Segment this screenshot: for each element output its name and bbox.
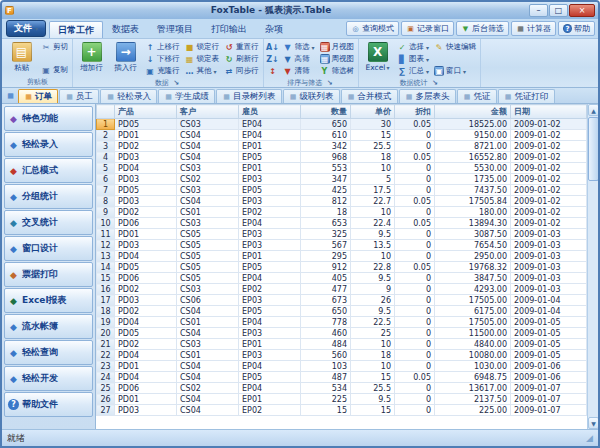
grid-cell[interactable]: EP03 bbox=[239, 328, 301, 339]
grid-cell[interactable]: EP03 bbox=[239, 240, 301, 251]
sheet-tab[interactable]: ▦级联列表 bbox=[283, 89, 340, 103]
grid-cell[interactable]: PD02 bbox=[115, 284, 177, 295]
dialog-launcher-icon[interactable]: ↘ bbox=[325, 79, 334, 88]
grid-cell[interactable]: 8721.00 bbox=[435, 141, 511, 152]
ribbon-button[interactable]: ▼高筛 bbox=[281, 53, 317, 65]
grid-cell[interactable]: 2009-01-02 bbox=[511, 185, 587, 196]
grid-cell[interactable]: 425 bbox=[301, 185, 351, 196]
grid-cell[interactable]: 1735.00 bbox=[435, 174, 511, 185]
grid-cell[interactable]: CS02 bbox=[177, 383, 239, 394]
grid-cell[interactable]: 2009-01-06 bbox=[511, 372, 587, 383]
grid-cell[interactable]: 225 bbox=[301, 394, 351, 405]
ribbon-button[interactable]: ▦锁定表 bbox=[183, 53, 222, 65]
ribbon-button[interactable]: Z↓ bbox=[266, 53, 280, 65]
grid-cell[interactable]: EP05 bbox=[239, 152, 301, 163]
grid-cell[interactable]: 2009-01-07 bbox=[511, 394, 587, 405]
ribbon-button[interactable]: Y筛选树 bbox=[318, 65, 357, 77]
grid-cell[interactable]: 0 bbox=[395, 295, 435, 306]
ribbon-button[interactable]: ▼筛选▾ bbox=[281, 41, 317, 53]
grid-cell[interactable]: 0 bbox=[395, 317, 435, 328]
grid-cell[interactable]: 2009-01-02 bbox=[511, 174, 587, 185]
sheet-tab[interactable]: ▦凭证 bbox=[457, 89, 497, 103]
grid-cell[interactable]: 968 bbox=[301, 152, 351, 163]
grid-cell[interactable]: 0 bbox=[395, 240, 435, 251]
row-number[interactable]: 11 bbox=[97, 229, 115, 240]
grid-cell[interactable]: PD05 bbox=[115, 262, 177, 273]
resize-grip-icon[interactable]: ◢ bbox=[586, 433, 593, 443]
grid-cell[interactable]: EP05 bbox=[239, 306, 301, 317]
grid-cell[interactable]: PD01 bbox=[115, 361, 177, 372]
scroll-down-button[interactable]: ▼ bbox=[588, 417, 599, 429]
row-number[interactable]: 15 bbox=[97, 273, 115, 284]
grid-cell[interactable]: 5 bbox=[351, 174, 395, 185]
grid-cell[interactable]: 0 bbox=[395, 163, 435, 174]
grid-cell[interactable]: 9.5 bbox=[351, 273, 395, 284]
grid-cell[interactable]: 0 bbox=[395, 130, 435, 141]
grid-cell[interactable]: 2009-01-05 bbox=[511, 339, 587, 350]
grid-cell[interactable]: 25.5 bbox=[351, 141, 395, 152]
grid-cell[interactable]: EP01 bbox=[239, 163, 301, 174]
grid-cell[interactable]: 6175.00 bbox=[435, 306, 511, 317]
grid-cell[interactable]: 0 bbox=[395, 350, 435, 361]
grid-cell[interactable]: 15 bbox=[351, 130, 395, 141]
grid-cell[interactable]: PD04 bbox=[115, 317, 177, 328]
grid-cell[interactable]: 0 bbox=[395, 361, 435, 372]
grid-cell[interactable]: 9.5 bbox=[351, 306, 395, 317]
row-number[interactable]: 10 bbox=[97, 218, 115, 229]
sidebar-item[interactable]: ?帮助文件 bbox=[4, 392, 93, 417]
ribbon-button[interactable]: ▣复制 bbox=[39, 64, 70, 76]
scrollbar-thumb[interactable] bbox=[588, 117, 599, 181]
grid-cell[interactable]: EP03 bbox=[239, 174, 301, 185]
sheet-tab[interactable]: ▦员工 bbox=[59, 89, 99, 103]
grid-cell[interactable]: CS01 bbox=[177, 350, 239, 361]
grid-cell[interactable]: 0.05 bbox=[395, 196, 435, 207]
grid-cell[interactable]: 18 bbox=[351, 152, 395, 163]
grid-cell[interactable]: 2137.50 bbox=[435, 394, 511, 405]
row-number[interactable]: 7 bbox=[97, 185, 115, 196]
grid-cell[interactable]: 18 bbox=[351, 350, 395, 361]
grid-cell[interactable]: 2009-01-03 bbox=[511, 262, 587, 273]
grid-cell[interactable]: 2009-01-03 bbox=[511, 240, 587, 251]
ribbon-button[interactable]: ▊图表▾ bbox=[395, 53, 431, 65]
column-header[interactable]: 日期 bbox=[511, 105, 587, 119]
grid-cell[interactable]: PD02 bbox=[115, 141, 177, 152]
grid-cell[interactable]: EP02 bbox=[239, 284, 301, 295]
column-header[interactable]: 折扣 bbox=[395, 105, 435, 119]
grid-cell[interactable]: 650 bbox=[301, 306, 351, 317]
ribbon-right-button[interactable]: ◎查询模式 bbox=[346, 21, 399, 36]
grid-cell[interactable]: CS04 bbox=[177, 328, 239, 339]
grid-cell[interactable]: CS04 bbox=[177, 394, 239, 405]
grid-cell[interactable]: 103 bbox=[301, 361, 351, 372]
row-number[interactable]: 6 bbox=[97, 174, 115, 185]
sidebar-item[interactable]: ◆票据打印 bbox=[4, 262, 93, 287]
grid-cell[interactable]: 2009-01-04 bbox=[511, 295, 587, 306]
grid-cell[interactable]: 0 bbox=[395, 306, 435, 317]
grid-cell[interactable]: 25 bbox=[351, 328, 395, 339]
grid-cell[interactable]: 225.00 bbox=[435, 405, 511, 416]
grid-cell[interactable]: EP05 bbox=[239, 262, 301, 273]
grid-cell[interactable]: PD02 bbox=[115, 207, 177, 218]
grid-cell[interactable]: 13617.00 bbox=[435, 383, 511, 394]
grid-cell[interactable]: CS03 bbox=[177, 284, 239, 295]
grid-cell[interactable]: PD06 bbox=[115, 273, 177, 284]
grid-cell[interactable]: CS05 bbox=[177, 273, 239, 284]
scroll-up-button[interactable]: ▲ bbox=[588, 104, 599, 116]
ribbon-tab[interactable]: 杂项 bbox=[256, 21, 292, 38]
grid-cell[interactable]: 650 bbox=[301, 119, 351, 130]
grid-cell[interactable]: EP04 bbox=[239, 361, 301, 372]
grid-cell[interactable]: PD04 bbox=[115, 163, 177, 174]
grid-cell[interactable]: PD04 bbox=[115, 350, 177, 361]
grid-cell[interactable]: CS01 bbox=[177, 207, 239, 218]
grid-cell[interactable]: 2950.00 bbox=[435, 251, 511, 262]
grid-cell[interactable]: 19768.32 bbox=[435, 262, 511, 273]
grid-cell[interactable]: 9.5 bbox=[351, 394, 395, 405]
grid-cell[interactable]: 405 bbox=[301, 273, 351, 284]
ribbon-tab[interactable]: 管理项目 bbox=[148, 21, 202, 38]
grid-cell[interactable]: 10080.00 bbox=[435, 350, 511, 361]
grid-cell[interactable]: CS05 bbox=[177, 251, 239, 262]
row-number[interactable]: 18 bbox=[97, 306, 115, 317]
grid-cell[interactable]: 2009-01-03 bbox=[511, 273, 587, 284]
grid-cell[interactable]: PD01 bbox=[115, 130, 177, 141]
grid-cell[interactable]: PD04 bbox=[115, 251, 177, 262]
grid-cell[interactable]: EP05 bbox=[239, 185, 301, 196]
